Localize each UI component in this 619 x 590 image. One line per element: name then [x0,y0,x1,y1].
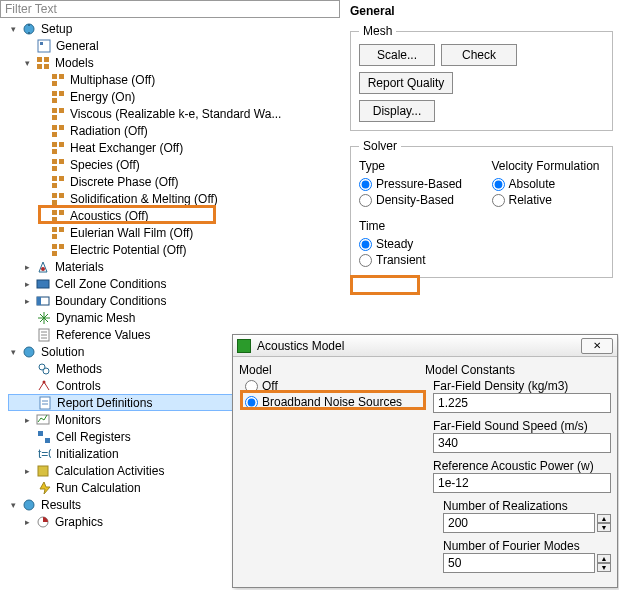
spin-down-icon[interactable]: ▼ [597,523,611,532]
expand-icon[interactable]: ▸ [22,295,33,306]
materials-icon [35,259,51,275]
rap-label: Reference Acoustic Power (w) [433,459,611,473]
check-button[interactable]: Check [441,44,517,66]
svg-rect-36 [52,227,57,232]
spin-up-icon[interactable]: ▲ [597,514,611,523]
svg-rect-34 [59,210,64,215]
cellzone-icon [35,276,51,292]
svg-rect-24 [52,159,57,164]
expand-icon[interactable]: ▸ [22,261,33,272]
svg-rect-28 [59,176,64,181]
svg-rect-7 [37,64,42,69]
collapse-icon[interactable]: ▾ [8,23,19,34]
controls-icon [36,378,52,394]
ffd-label: Far-Field Density (kg/m3) [433,379,611,393]
tree-species[interactable]: Species (Off) [8,156,340,173]
mesh-legend: Mesh [359,24,396,38]
tree-energy[interactable]: Energy (On) [8,88,340,105]
tree-acoustics[interactable]: Acoustics (Off) [8,207,340,224]
svg-point-47 [24,347,34,357]
dialog-titlebar[interactable]: Acoustics Model ✕ [233,335,617,357]
dialog-title: Acoustics Model [257,339,344,353]
svg-text:t=0: t=0 [38,447,51,461]
svg-rect-29 [52,183,57,188]
svg-rect-20 [52,132,57,137]
solution-icon [21,344,37,360]
tree-bc[interactable]: ▸Boundary Conditions [8,292,340,309]
tree-dynmesh[interactable]: Dynamic Mesh [8,309,340,326]
ffd-input[interactable] [433,393,611,413]
model-icon [50,242,66,258]
tree-electric-potential[interactable]: Electric Potential (Off) [8,241,340,258]
collapse-icon[interactable]: ▾ [22,57,33,68]
display-button[interactable]: Display... [359,100,435,122]
svg-rect-14 [52,98,57,103]
radio-pressure-based[interactable]: Pressure-Based [359,177,472,191]
dynmesh-icon [36,310,52,326]
nf-input[interactable] [443,553,595,573]
svg-rect-9 [52,74,57,79]
svg-rect-32 [52,200,57,205]
model-icon [50,208,66,224]
tree-radiation[interactable]: Radiation (Off) [8,122,340,139]
nf-label: Number of Fourier Modes [443,539,611,553]
tree-solidification[interactable]: Solidification & Melting (Off) [8,190,340,207]
svg-rect-35 [52,217,57,222]
radio-relative[interactable]: Relative [492,193,605,207]
spin-up-icon[interactable]: ▲ [597,554,611,563]
radio-transient[interactable]: Transient [359,253,604,267]
collapse-icon[interactable]: ▾ [8,346,19,357]
ffs-input[interactable] [433,433,611,453]
graphics-icon [35,514,51,530]
svg-rect-21 [52,142,57,147]
tree-discrete-phase[interactable]: Discrete Phase (Off) [8,173,340,190]
model-icon [50,123,66,139]
cellreg-icon [36,429,52,445]
tree-setup[interactable]: ▾ Setup [8,20,340,37]
acoustics-dialog: Acoustics Model ✕ Model Off Broadband No… [232,334,618,588]
svg-rect-11 [52,81,57,86]
svg-rect-40 [59,244,64,249]
model-icon [50,140,66,156]
tree-general[interactable]: General [8,37,340,54]
dialog-close-button[interactable]: ✕ [581,338,613,354]
svg-rect-22 [59,142,64,147]
radio-off[interactable]: Off [245,379,419,393]
collapse-icon[interactable]: ▾ [8,499,19,510]
tree-multiphase[interactable]: Multiphase (Off) [8,71,340,88]
expand-icon[interactable]: ▸ [22,465,33,476]
ffs-label: Far-Field Sound Speed (m/s) [433,419,611,433]
radio-absolute[interactable]: Absolute [492,177,605,191]
tree-viscous[interactable]: Viscous (Realizable k-e, Standard Wa... [8,105,340,122]
svg-rect-23 [52,149,57,154]
svg-rect-8 [44,64,49,69]
tree-heatex[interactable]: Heat Exchanger (Off) [8,139,340,156]
scale-button[interactable]: Scale... [359,44,435,66]
nr-input[interactable] [443,513,595,533]
tree-materials[interactable]: ▸Materials [8,258,340,275]
rap-input[interactable] [433,473,611,493]
results-icon [21,497,37,513]
svg-point-57 [24,500,34,510]
radio-density-based[interactable]: Density-Based [359,193,472,207]
model-icon [50,106,66,122]
spin-down-icon[interactable]: ▼ [597,563,611,572]
tree-cellzone[interactable]: ▸Cell Zone Conditions [8,275,340,292]
report-quality-button[interactable]: Report Quality [359,72,453,94]
general-icon [36,38,52,54]
expand-icon[interactable]: ▸ [22,278,33,289]
svg-rect-45 [37,297,41,305]
init-icon: t=0 [36,446,52,462]
model-icon [50,225,66,241]
tree-eulerian-wall-film[interactable]: Eulerian Wall Film (Off) [8,224,340,241]
tree-models[interactable]: ▾ Models [8,54,340,71]
svg-rect-26 [52,166,57,171]
radio-steady[interactable]: Steady [359,237,604,251]
expand-icon[interactable]: ▸ [22,414,33,425]
filter-input[interactable]: Filter Text [0,0,340,18]
svg-rect-16 [59,108,64,113]
expand-icon[interactable]: ▸ [22,516,33,527]
svg-rect-1 [28,24,30,26]
radio-broadband-noise[interactable]: Broadband Noise Sources [245,395,419,409]
svg-rect-33 [52,210,57,215]
